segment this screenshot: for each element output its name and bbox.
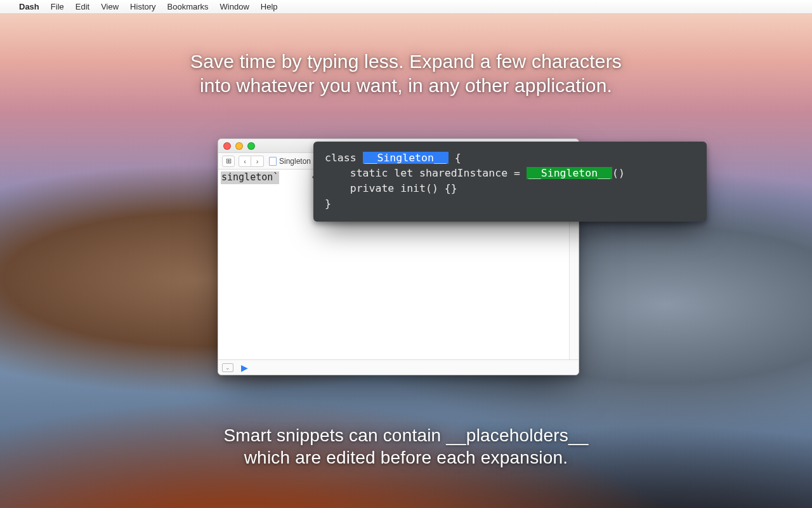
typed-abbreviation: singleton` [221, 171, 279, 184]
code-text: } [325, 197, 331, 210]
code-text: { [449, 152, 461, 164]
code-text: static let sharedInstance = [325, 167, 527, 179]
placeholder-mirror: __Singleton__ [527, 167, 612, 179]
swift-file-icon [269, 157, 277, 166]
editor-statusbar: ⌄ ▶ [218, 359, 579, 375]
macos-menubar: Dash File Edit View History Bookmarks Wi… [0, 0, 812, 14]
code-text: () [612, 167, 625, 179]
menu-history[interactable]: History [130, 2, 155, 11]
run-playground-button[interactable]: ▶ [241, 363, 248, 373]
hero-bottom-line2: which are edited before each expansion. [0, 446, 812, 469]
toggle-debug-area-button[interactable]: ⌄ [222, 363, 233, 372]
minimize-button[interactable] [235, 142, 243, 150]
code-text: private init() {} [325, 182, 457, 194]
hero-bottom-line1: Smart snippets can contain __placeholder… [0, 424, 812, 446]
hero-top-line1: Save time by typing less. Expand a few c… [0, 50, 812, 74]
code-text: class [325, 152, 363, 164]
snippet-preview-tooltip: class __Singleton__ { static let sharedI… [313, 142, 707, 222]
menu-file[interactable]: File [51, 2, 64, 11]
hero-bottom: Smart snippets can contain __placeholder… [0, 424, 812, 469]
zoom-button[interactable] [247, 142, 255, 150]
menu-help[interactable]: Help [261, 2, 278, 11]
hero-top-line2: into whatever you want, in any other app… [0, 74, 812, 98]
hero-top: Save time by typing less. Expand a few c… [0, 50, 812, 97]
menu-window[interactable]: Window [220, 2, 249, 11]
nav-back-button[interactable]: ‹ [239, 156, 251, 167]
placeholder-active[interactable]: __Singleton__ [363, 152, 449, 164]
related-items-button[interactable]: ⊞ [222, 156, 235, 167]
app-menu[interactable]: Dash [19, 2, 39, 11]
menu-view[interactable]: View [101, 2, 119, 11]
menu-bookmarks[interactable]: Bookmarks [167, 2, 209, 11]
jump-bar-file-label: Singleton [279, 157, 311, 166]
close-button[interactable] [223, 142, 231, 150]
nav-forward-button[interactable]: › [251, 156, 264, 167]
jump-bar[interactable]: Singleton [269, 157, 311, 166]
menu-edit[interactable]: Edit [75, 2, 89, 11]
